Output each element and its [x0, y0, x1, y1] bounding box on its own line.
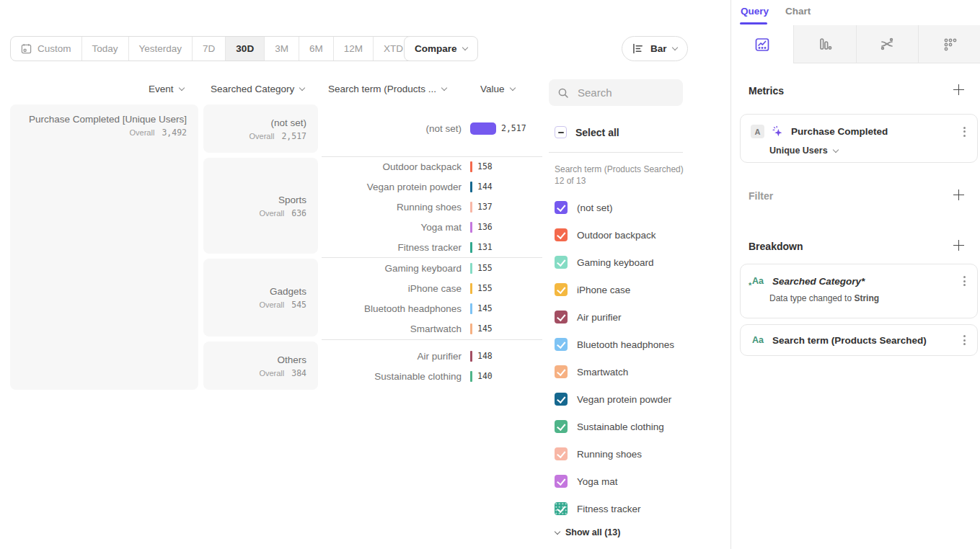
legend-item[interactable]: Air purifier: [555, 303, 713, 331]
row-label: Running shoes: [322, 202, 462, 213]
date-range-custom[interactable]: Custom: [11, 37, 81, 61]
breakdown-name: Searched Category*: [772, 276, 955, 287]
legend-item[interactable]: Vegan protein powder: [555, 385, 713, 413]
row-label: Smartwatch: [322, 323, 462, 334]
value-row[interactable]: iPhone case 155: [322, 280, 538, 296]
select-all-label: Select all: [575, 127, 619, 138]
date-range-label: XTD: [384, 43, 403, 54]
date-range-today[interactable]: Today: [81, 37, 128, 61]
tab-flows[interactable]: [856, 25, 919, 63]
select-all-checkbox[interactable]: Select all: [555, 126, 619, 138]
value-row[interactable]: Running shoes 137: [322, 199, 538, 215]
legend-search-input[interactable]: [576, 86, 670, 99]
metric-series-badge: A: [751, 125, 764, 138]
value-row[interactable]: Vegan protein powder 144: [322, 179, 538, 195]
row-label: iPhone case: [322, 283, 462, 294]
checked-checkbox-icon: [555, 447, 568, 460]
legend-item[interactable]: Outdoor backpack: [555, 221, 713, 249]
value-row[interactable]: Air purifier 148: [322, 348, 538, 364]
date-range-3m[interactable]: 3M: [264, 37, 299, 61]
value-bar: [470, 122, 496, 135]
legend-item[interactable]: Yoga mat: [555, 468, 713, 495]
category-overall-value: 545: [291, 300, 306, 310]
event-cell[interactable]: Purchase Completed [Unique Users] Overal…: [10, 104, 198, 390]
event-name: Purchase Completed [Unique Users]: [29, 113, 187, 126]
date-range-label: Custom: [37, 43, 71, 54]
category-cell-not-set[interactable]: (not set) Overall2,517: [203, 104, 318, 153]
chevron-down-icon: [671, 45, 677, 50]
chart-type-select[interactable]: Bar: [622, 36, 688, 61]
checked-checkbox-icon: [555, 283, 568, 296]
tab-query[interactable]: Query: [741, 6, 769, 17]
column-header-value[interactable]: Value: [480, 84, 515, 94]
add-metric-button[interactable]: [953, 84, 964, 95]
chevron-down-icon: [462, 45, 467, 50]
chevron-down-icon: [299, 85, 305, 91]
legend-item[interactable]: Gaming keyboard: [555, 249, 713, 276]
overall-label: Overall: [130, 128, 155, 137]
add-breakdown-button[interactable]: [953, 240, 964, 251]
legend-item[interactable]: Bluetooth headphones: [555, 331, 713, 358]
legend-section-label: Search term (Products Searched) 12 of 13: [555, 164, 684, 187]
breakdown-card-searched-category[interactable]: Aa * Searched Category* Data type change…: [740, 264, 978, 318]
row-value: 144: [477, 182, 493, 192]
compare-label: Compare: [415, 43, 457, 54]
metric-card[interactable]: A Purchase Completed Unique Users: [740, 114, 978, 163]
legend-divider: [549, 152, 683, 153]
value-row[interactable]: Sustainable clothing 140: [322, 368, 538, 384]
value-row[interactable]: (not set) 2,517: [322, 120, 538, 136]
breakdown-section-title: Breakdown: [749, 241, 803, 252]
column-header-search-term[interactable]: Search term (Products ...: [328, 84, 446, 94]
column-header-searched-category[interactable]: Searched Category: [211, 84, 304, 94]
show-all-button[interactable]: Show all (13): [555, 527, 620, 537]
value-row[interactable]: Yoga mat 136: [322, 219, 538, 235]
measure-dropdown[interactable]: Unique Users: [769, 146, 977, 164]
value-row[interactable]: Smartwatch 145: [322, 321, 538, 336]
row-value: 155: [477, 263, 493, 273]
date-range-7d[interactable]: 7D: [192, 37, 225, 61]
compare-button[interactable]: Compare: [404, 36, 478, 61]
date-range-30d[interactable]: 30D: [225, 37, 264, 61]
add-filter-button[interactable]: [953, 189, 964, 200]
legend-item[interactable]: Fitness tracker: [555, 495, 713, 522]
tab-retention[interactable]: [918, 25, 980, 63]
breakdown-card-search-term[interactable]: Aa Search term (Products Searched): [740, 324, 978, 356]
row-label: Sustainable clothing: [322, 371, 462, 382]
kebab-menu-icon[interactable]: [962, 334, 967, 347]
date-range-6m[interactable]: 6M: [299, 37, 333, 61]
legend-item[interactable]: (not set): [555, 194, 713, 221]
chevron-down-icon: [509, 85, 515, 91]
search-icon: [557, 87, 569, 99]
date-range-label: Yesterday: [139, 43, 182, 54]
column-header-event[interactable]: Event: [149, 84, 184, 94]
legend-item[interactable]: Running shoes: [555, 440, 713, 468]
legend-item-label: Gaming keyboard: [577, 257, 654, 268]
value-row[interactable]: Fitness tracker 131: [322, 239, 538, 255]
date-range-yesterday[interactable]: Yesterday: [128, 37, 193, 61]
category-cell-gadgets[interactable]: Gadgets Overall545: [203, 259, 318, 336]
date-range-label: 6M: [309, 43, 323, 54]
category-cell-sports[interactable]: Sports Overall636: [203, 158, 318, 254]
legend-item[interactable]: Sustainable clothing: [555, 413, 713, 440]
tab-funnels[interactable]: [793, 25, 856, 63]
tab-insights[interactable]: [731, 25, 793, 63]
category-cell-others[interactable]: Others Overall384: [203, 342, 318, 390]
value-bar: [470, 263, 472, 274]
value-row[interactable]: Bluetooth headphones 145: [322, 300, 538, 316]
legend-item[interactable]: Smartwatch: [555, 358, 713, 385]
row-value: 145: [477, 303, 493, 313]
category-name: Sports: [278, 194, 306, 207]
legend-item[interactable]: iPhone case: [555, 276, 713, 303]
date-range-12m[interactable]: 12M: [333, 37, 373, 61]
row-value: 140: [477, 371, 493, 381]
legend-search[interactable]: [549, 79, 683, 106]
kebab-menu-icon[interactable]: [962, 274, 967, 287]
value-row[interactable]: Gaming keyboard 155: [322, 260, 538, 276]
value-row[interactable]: Outdoor backpack 158: [322, 159, 538, 174]
legend-item-label: (not set): [577, 202, 613, 213]
value-bar: [470, 161, 472, 172]
row-value: 131: [477, 242, 493, 252]
kebab-menu-icon[interactable]: [962, 125, 967, 138]
tab-chart[interactable]: Chart: [785, 6, 811, 17]
checked-checkbox-icon: [555, 201, 568, 214]
